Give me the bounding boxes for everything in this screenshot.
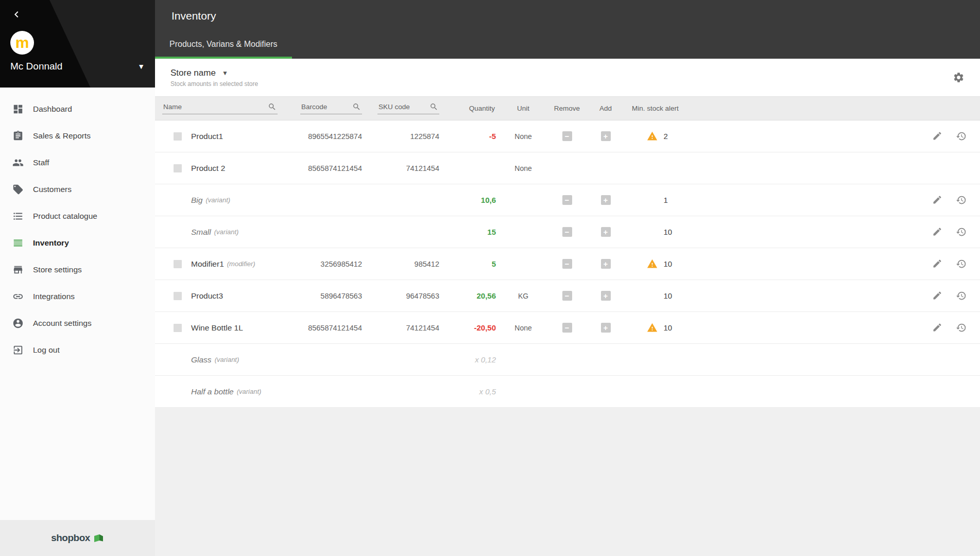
sku-search-field[interactable]: SKU code xyxy=(377,102,439,114)
sidebar-item-integrations[interactable]: Integrations xyxy=(0,283,155,310)
remove-stock-button[interactable]: − xyxy=(562,291,572,301)
remove-stock-button[interactable]: − xyxy=(562,131,572,141)
edit-icon[interactable] xyxy=(932,131,942,142)
sidebar-item-label: Inventory xyxy=(33,238,69,248)
sidebar-item-staff[interactable]: Staff xyxy=(0,149,155,176)
back-icon[interactable] xyxy=(10,7,25,22)
main-content: Inventory Products, Varians & Modifiers … xyxy=(155,0,980,556)
remove-column-header: Remove xyxy=(546,105,588,112)
edit-icon[interactable] xyxy=(932,227,942,237)
sidebar-item-dashboard[interactable]: Dashboard xyxy=(0,96,155,123)
table-row: Product 2 8565874121454 74121454 None − … xyxy=(155,152,980,184)
table-body: Product1 8965541225874 1225874 -5 None −… xyxy=(155,120,980,408)
toolbar: Store name ▼ Stock amounts in selected s… xyxy=(155,59,980,97)
add-stock-button[interactable]: + xyxy=(601,291,611,301)
history-icon[interactable] xyxy=(956,195,967,205)
sidebar-item-product-catalogue[interactable]: Product catalogue xyxy=(0,203,155,230)
sku-column-header: SKU code xyxy=(379,103,410,111)
add-stock-button[interactable]: + xyxy=(601,131,611,141)
row-checkbox[interactable] xyxy=(174,260,182,268)
remove-stock-button[interactable]: − xyxy=(562,323,572,333)
quantity-value: 10,6 xyxy=(443,196,500,204)
product-name: Product1 xyxy=(191,132,223,141)
product-name: Product 2 xyxy=(191,164,225,173)
edit-icon[interactable] xyxy=(932,290,942,301)
add-stock-button[interactable]: + xyxy=(601,259,611,269)
history-icon[interactable] xyxy=(956,322,967,333)
add-stock-button[interactable]: + xyxy=(601,227,611,237)
store-subtitle: Stock amounts in selected store xyxy=(170,80,258,88)
min-stock-value: 10 xyxy=(664,291,673,300)
quantity-value: x 0,5 xyxy=(443,387,500,396)
account-icon xyxy=(12,318,24,329)
history-icon[interactable] xyxy=(956,290,967,301)
edit-icon[interactable] xyxy=(932,322,942,333)
remove-stock-button[interactable]: − xyxy=(562,259,572,269)
quantity-value: 5 xyxy=(443,259,500,268)
warning-icon xyxy=(647,258,658,269)
edit-icon[interactable] xyxy=(932,195,942,205)
gear-icon[interactable] xyxy=(953,72,965,83)
quantity-value: x 0,12 xyxy=(443,355,500,364)
store-icon xyxy=(12,264,24,275)
store-dropdown-icon: ▼ xyxy=(222,70,228,77)
product-name: Big xyxy=(191,196,202,205)
sidebar-item-label: Account settings xyxy=(33,319,92,328)
table-row: Big (variant) 10,6 − + 1 xyxy=(155,184,980,216)
quantity-value: -20,50 xyxy=(443,323,500,332)
table-row: Modifier1 (modifier) 3256985412 985412 5… xyxy=(155,248,980,280)
add-stock-button[interactable]: + xyxy=(601,323,611,333)
min-stock-value: 1 xyxy=(664,196,673,204)
min-stock-alert-column-header: Min. stock alert xyxy=(624,105,696,112)
unit-value: KG xyxy=(500,292,546,300)
history-icon[interactable] xyxy=(956,227,967,237)
account-dropdown-icon[interactable]: ▼ xyxy=(137,62,145,71)
search-icon xyxy=(268,102,277,111)
history-icon[interactable] xyxy=(956,258,967,269)
quantity-value: 15 xyxy=(443,228,500,236)
barcode-value: 8565874121454 xyxy=(284,164,366,172)
row-checkbox[interactable] xyxy=(174,132,182,141)
sidebar-item-inventory[interactable]: Inventory xyxy=(0,230,155,256)
remove-stock-button[interactable]: − xyxy=(562,227,572,237)
quantity-value: -5 xyxy=(443,132,500,141)
sku-value: 74121454 xyxy=(366,164,443,172)
sku-value: 96478563 xyxy=(366,292,443,300)
logout-icon xyxy=(12,344,24,356)
table-row: Product1 8965541225874 1225874 -5 None −… xyxy=(155,120,980,152)
row-checkbox[interactable] xyxy=(174,324,182,332)
add-stock-button[interactable]: + xyxy=(601,195,611,205)
edit-icon[interactable] xyxy=(932,258,942,269)
table-row: Product3 5896478563 96478563 20,56 KG − … xyxy=(155,280,980,312)
search-icon xyxy=(429,102,438,111)
barcode-value: 5896478563 xyxy=(284,292,366,300)
staff-icon xyxy=(12,157,24,168)
barcode-value: 8565874121454 xyxy=(284,324,366,332)
account-name: Mc Donnald xyxy=(10,61,62,72)
row-checkbox[interactable] xyxy=(174,164,182,172)
quantity-value: 20,56 xyxy=(443,291,500,300)
table-row: Glass (variant) x 0,12 − + xyxy=(155,344,980,376)
name-search-field[interactable]: Name xyxy=(162,102,278,114)
sidebar-item-sales-reports[interactable]: Sales & Reports xyxy=(0,123,155,149)
store-selector[interactable]: Store name ▼ Stock amounts in selected s… xyxy=(170,68,258,88)
sidebar-item-log-out[interactable]: Log out xyxy=(0,337,155,363)
page-header: Inventory xyxy=(155,0,980,32)
product-type-suffix: (modifier) xyxy=(227,260,255,268)
remove-stock-button[interactable]: − xyxy=(562,195,572,205)
sidebar-item-label: Staff xyxy=(33,158,49,167)
sidebar-item-customers[interactable]: Customers xyxy=(0,176,155,203)
unit-column-header: Unit xyxy=(500,105,546,112)
table-header: Name Barcode SKU code Quantity Unit Remo… xyxy=(155,97,980,120)
history-icon[interactable] xyxy=(956,131,967,142)
product-name: Small xyxy=(191,228,211,237)
product-name: Half a bottle xyxy=(191,387,234,396)
unit-value: None xyxy=(500,132,546,141)
sidebar-item-store-settings[interactable]: Store settings xyxy=(0,256,155,283)
tab-products-variants-modifiers[interactable]: Products, Varians & Modifiers xyxy=(155,32,292,59)
unit-value: None xyxy=(500,164,546,172)
store-name: Store name xyxy=(170,68,216,78)
sidebar-item-account-settings[interactable]: Account settings xyxy=(0,310,155,337)
row-checkbox[interactable] xyxy=(174,292,182,300)
barcode-search-field[interactable]: Barcode xyxy=(300,102,362,114)
